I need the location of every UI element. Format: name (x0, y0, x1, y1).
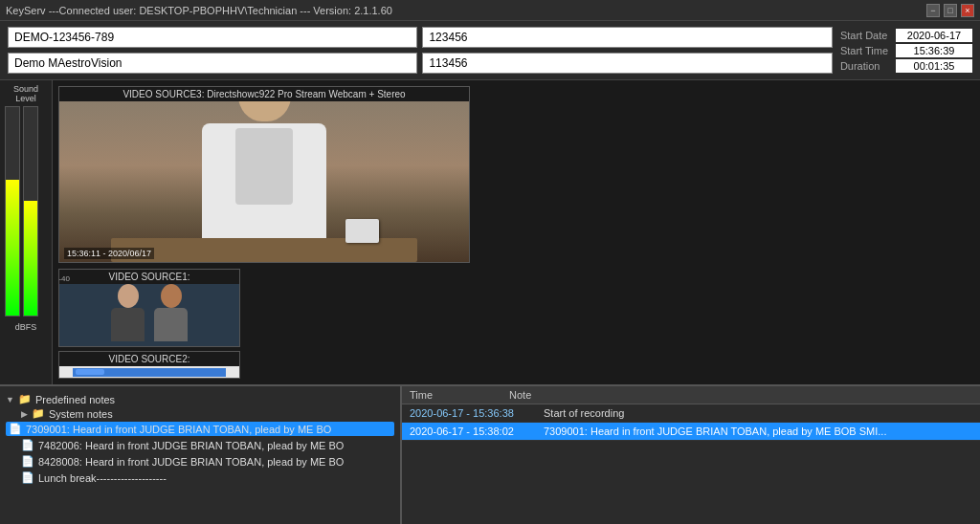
close-button[interactable]: × (961, 4, 974, 17)
note-2-text: 7482006: Heard in front JUDGE BRIAN TOBA… (38, 440, 344, 451)
video-area: VIDEO SOURCE3: Directshowc922 Pro Stream… (53, 80, 980, 384)
folder-icon-predefined: 📁 (18, 393, 32, 405)
video-source3-label: VIDEO SOURCE3: Directshowc922 Pro Stream… (59, 87, 469, 101)
titlebar: KeyServ ---Connected user: DESKTOP-PBOPH… (0, 0, 980, 21)
log-header: Time Note (402, 386, 980, 404)
tree-system[interactable]: ▶ 📁 System notes (6, 406, 394, 421)
log-col-time: Time (410, 389, 433, 401)
start-date-label: Start Date (840, 30, 888, 41)
screen-bar (73, 368, 226, 377)
system-notes-label: System notes (49, 408, 113, 420)
video-side-panel: VIDEO SOURCE1: (58, 269, 240, 379)
bottom-panels: ▼ 📁 Predefined notes ▶ 📁 System notes 📄 … (0, 384, 980, 524)
file-icon-2: 📄 (21, 439, 34, 451)
start-time-value: 15:36:39 (896, 44, 972, 57)
window-controls: − □ × (926, 4, 974, 17)
window-title: KeyServ ---Connected user: DESKTOP-PBOPH… (6, 5, 926, 16)
log-col-note: Note (509, 389, 531, 401)
note-4-text: Lunch break-------------------- (38, 472, 167, 484)
duration-value: 00:01:35 (896, 59, 972, 73)
tree-arrow-system: ▶ (21, 409, 28, 419)
room-background: 15:36:11 - 2020/06/17 (59, 101, 469, 262)
note-item-1[interactable]: 📄 7309001: Heard in front JUDGE BRIAN TO… (6, 422, 394, 436)
minimize-button[interactable]: − (926, 4, 940, 17)
meter-bar-right (23, 106, 38, 317)
start-time-label: Start Time (840, 45, 888, 56)
sound-level-meter: Sound Level 0 -5 -10 -20 -30 -40 -50 dBF… (0, 80, 53, 384)
log-time-2: 2020-06-17 - 15:38:02 (410, 426, 544, 437)
video-source2-label: VIDEO SOURCE2: (59, 352, 239, 366)
form-fields (8, 27, 833, 74)
file-icon-3: 📄 (21, 455, 34, 468)
file-icon-4: 📄 (21, 471, 34, 484)
log-row-2[interactable]: 2020-06-17 - 15:38:02 7309001: Heard in … (402, 423, 980, 441)
duration-label: Duration (840, 60, 888, 72)
recording-info-panel: Start Date 2020-06-17 Start Time 15:36:3… (840, 29, 972, 73)
top-form-area: Start Date 2020-06-17 Start Time 15:36:3… (0, 21, 980, 80)
log-time-1: 2020-06-17 - 15:36:38 (410, 407, 544, 419)
note-1-text: 7309001: Heard in front JUDGE BRIAN TOBA… (26, 424, 331, 435)
main-content: Sound Level 0 -5 -10 -20 -30 -40 -50 dBF… (0, 80, 980, 384)
folder-icon-system: 📁 (32, 407, 45, 420)
video-source2-frame (59, 366, 239, 378)
tree-arrow-predefined: ▼ (6, 395, 14, 404)
log-note-1: Start of recording (544, 407, 972, 419)
dbfs-label: dBFS (15, 322, 37, 332)
file-icon-1: 📄 (9, 423, 22, 435)
note-item-3[interactable]: 📄 8428008: Heard in front JUDGE BRIAN TO… (6, 454, 394, 469)
case-id-input[interactable] (8, 27, 417, 48)
case-name-input[interactable] (8, 53, 417, 74)
log-rows: 2020-06-17 - 15:36:38 Start of recording… (402, 404, 980, 524)
maximize-button[interactable]: □ (944, 4, 957, 17)
video-source1-label: VIDEO SOURCE1: (59, 270, 239, 284)
video-source1-frame (59, 284, 239, 346)
sound-label: Sound Level (13, 84, 38, 103)
note-item-2[interactable]: 📄 7482006: Heard in front JUDGE BRIAN TO… (6, 438, 394, 452)
video-timestamp: 15:36:11 - 2020/06/17 (64, 248, 154, 259)
case-number-input[interactable] (422, 27, 832, 48)
log-row-1[interactable]: 2020-06-17 - 15:36:38 Start of recording (402, 404, 980, 423)
case-code-input[interactable] (422, 53, 832, 74)
video-source2: VIDEO SOURCE2: (58, 351, 240, 379)
tree-predefined[interactable]: ▼ 📁 Predefined notes (6, 392, 394, 406)
screen-mockup (73, 368, 226, 377)
log-panel: Time Note 2020-06-17 - 15:36:38 Start of… (402, 386, 980, 524)
notes-panel: ▼ 📁 Predefined notes ▶ 📁 System notes 📄 … (0, 386, 402, 524)
note-item-4[interactable]: 📄 Lunch break-------------------- (6, 470, 394, 485)
note-3-text: 8428008: Heard in front JUDGE BRIAN TOBA… (38, 456, 344, 468)
video-main-frame: 15:36:11 - 2020/06/17 (59, 101, 469, 262)
meter-bar-left (5, 106, 20, 317)
person2 (154, 284, 188, 341)
start-date-value: 2020-06-17 (896, 29, 972, 42)
log-note-2: 7309001: Heard in front JUDGE BRIAN TOBA… (544, 426, 972, 437)
predefined-notes-label: Predefined notes (35, 394, 115, 405)
person1 (111, 284, 145, 341)
video-source1: VIDEO SOURCE1: (58, 269, 240, 347)
video-source3: VIDEO SOURCE3: Directshowc922 Pro Stream… (58, 86, 470, 263)
